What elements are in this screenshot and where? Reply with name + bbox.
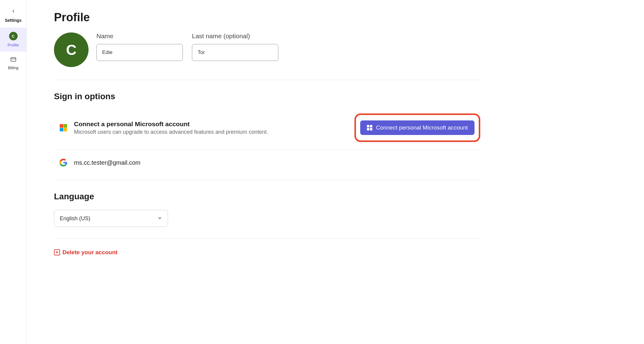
chevron-down-icon	[157, 216, 162, 221]
name-fields: Name Last name (optional)	[96, 32, 278, 61]
first-name-label: Name	[96, 32, 183, 40]
main-content: Profile C Name Last name (optional) Sign…	[27, 0, 481, 344]
connect-microsoft-button[interactable]: Connect personal Microsoft account	[360, 120, 475, 135]
first-name-group: Name	[96, 32, 183, 61]
profile-avatar[interactable]: C	[54, 32, 89, 67]
google-icon	[59, 159, 67, 167]
sidebar-item-profile[interactable]: C Profile	[0, 28, 26, 52]
last-name-label: Last name (optional)	[192, 32, 278, 40]
language-section: Language English (US)	[54, 192, 481, 239]
signin-section-title: Sign in options	[54, 92, 481, 101]
first-name-input[interactable]	[96, 44, 183, 61]
signin-microsoft-row: Connect a personal Microsoft account Mic…	[54, 110, 481, 150]
page-title: Profile	[54, 11, 481, 24]
signin-microsoft-text: Connect a personal Microsoft account Mic…	[74, 120, 348, 135]
avatar-icon: C	[9, 32, 18, 40]
delete-account-label: Delete your account	[62, 249, 118, 256]
last-name-input[interactable]	[192, 44, 278, 61]
delete-account-button[interactable]: ✕ Delete your account	[54, 239, 481, 256]
signin-google-row: ms.cc.tester@gmail.com	[54, 150, 481, 180]
sidebar-item-label: Billing	[8, 66, 18, 70]
delete-icon: ✕	[54, 249, 60, 255]
sidebar: Settings C Profile Billing	[0, 0, 27, 344]
sidebar-item-label: Profile	[8, 43, 19, 47]
back-to-settings-button[interactable]: Settings	[0, 5, 26, 28]
last-name-group: Last name (optional)	[192, 32, 278, 61]
signin-microsoft-subtitle: Microsoft users can upgrade to access ad…	[74, 129, 348, 135]
microsoft-icon	[367, 125, 372, 130]
svg-rect-0	[11, 58, 16, 62]
language-section-title: Language	[54, 192, 481, 201]
google-email: ms.cc.tester@gmail.com	[74, 159, 140, 166]
wallet-icon	[10, 56, 17, 63]
language-selected-value: English (US)	[60, 215, 90, 222]
highlight-annotation: Connect personal Microsoft account	[354, 113, 480, 142]
connect-button-label: Connect personal Microsoft account	[376, 124, 468, 131]
back-label: Settings	[5, 18, 22, 23]
signin-microsoft-title: Connect a personal Microsoft account	[74, 120, 348, 128]
language-select[interactable]: English (US)	[54, 210, 168, 227]
chevron-left-icon	[11, 8, 15, 15]
sidebar-item-billing[interactable]: Billing	[0, 52, 26, 74]
profile-section: C Name Last name (optional)	[54, 32, 481, 80]
microsoft-icon	[59, 124, 67, 132]
